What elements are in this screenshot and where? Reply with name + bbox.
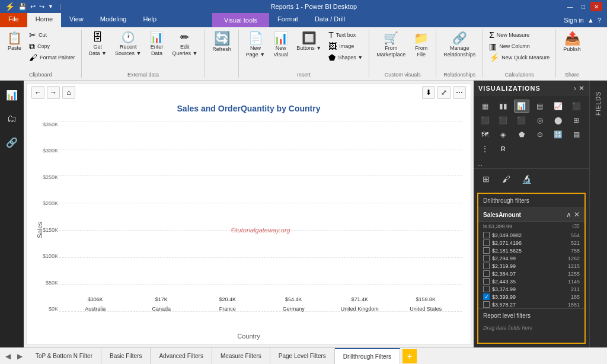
download-btn[interactable]: ⬇ <box>422 86 435 99</box>
filter-check-2[interactable] <box>483 247 490 254</box>
nav-fwd-btn[interactable]: → <box>47 86 60 99</box>
buttons-btn[interactable]: 🔲 Buttons ▼ <box>293 30 325 65</box>
insert-small-group: T Text box 🖼 Image ⬟ Shapes ▼ <box>326 30 365 63</box>
edit-queries-btn[interactable]: ✏ EditQueries ▼ <box>168 30 201 65</box>
tab-page-level-filters[interactable]: Page Level Filters <box>270 348 335 365</box>
nav-home-btn[interactable]: ⌂ <box>62 86 75 99</box>
filter-check-3[interactable] <box>483 255 490 261</box>
paste-btn[interactable]: 📋 Paste <box>4 30 25 65</box>
tab-next-btn[interactable]: ▶ <box>14 351 25 362</box>
viz-tab-fields[interactable]: ⊞ <box>477 171 495 187</box>
tab-data-drill[interactable]: Data / Drill <box>306 13 353 27</box>
relationships-label: Relationships <box>440 71 479 78</box>
new-page-btn[interactable]: 📄 NewPage ▼ <box>242 30 269 65</box>
image-btn[interactable]: 🖼 Image <box>326 41 365 52</box>
refresh-btn[interactable]: 🔄 Refresh <box>209 30 235 65</box>
viz-tab-analytics[interactable]: 🔬 <box>517 171 535 187</box>
viz-icon-kpi[interactable]: ▤ <box>568 128 584 141</box>
filter-expand-btn[interactable]: ∧ <box>566 210 571 219</box>
panel-close-btn[interactable]: ✕ <box>579 84 584 92</box>
filter-check-5[interactable] <box>483 270 490 277</box>
format-painter-btn[interactable]: 🖌 Format Painter <box>27 52 78 63</box>
viz-icon-table[interactable]: ▦ <box>477 100 493 113</box>
viz-tab-format[interactable]: 🖌 <box>497 171 515 187</box>
viz-icon-r[interactable]: R <box>496 142 511 155</box>
quick-access-save[interactable]: 💾 <box>18 3 27 11</box>
tab-basic-filters[interactable]: Basic Filters <box>101 348 151 365</box>
undo-btn[interactable]: ↩ <box>30 3 36 11</box>
filter-eraser-btn[interactable]: ⌫ <box>572 223 580 229</box>
tab-view[interactable]: View <box>61 13 92 27</box>
add-page-btn[interactable]: + <box>402 349 417 363</box>
report-view-btn[interactable]: 📊 <box>2 85 21 104</box>
visual-tools-tab[interactable]: Visual tools <box>212 13 269 27</box>
get-data-label: GetData ▼ <box>89 44 107 57</box>
shapes-btn[interactable]: ⬟ Shapes ▼ <box>326 52 365 63</box>
viz-icon-scatter[interactable]: ⬛ <box>514 114 529 127</box>
from-file-btn[interactable]: 📁 FromFile <box>410 30 432 65</box>
viz-icon-map[interactable]: 🗺 <box>477 128 493 141</box>
minimize-btn[interactable]: — <box>564 2 576 11</box>
filter-check-4[interactable] <box>483 263 490 269</box>
tab-measure-filters[interactable]: Measure Filters <box>212 348 270 365</box>
filter-check-8[interactable]: ✓ <box>483 293 490 300</box>
tab-top-bottom[interactable]: ToP & Bottom N Filter <box>27 348 101 365</box>
text-box-btn[interactable]: T Text box <box>326 30 365 40</box>
nav-back-btn[interactable]: ← <box>31 86 44 99</box>
data-view-btn[interactable]: 🗂 <box>2 109 21 128</box>
tab-drillthrough-filters[interactable]: Drillthrough Filters <box>335 348 400 365</box>
viz-icon-area[interactable]: ⬛ <box>568 100 584 113</box>
viz-icon-slicer[interactable]: ⋮ <box>477 142 493 155</box>
new-column-btn[interactable]: ▥ New Column <box>487 41 552 52</box>
filter-check-9[interactable] <box>483 301 490 308</box>
tab-home[interactable]: Home <box>27 13 61 27</box>
viz-more-btn[interactable]: ... <box>474 159 589 168</box>
viz-icon-line[interactable]: 📈 <box>550 100 566 113</box>
new-measure-btn[interactable]: Σ New Measure <box>487 30 552 40</box>
viz-icon-funnel[interactable]: ⬟ <box>514 128 529 141</box>
publish-btn[interactable]: 📤 Publish <box>560 30 584 65</box>
viz-icon-gauge[interactable]: ⊙ <box>532 128 548 141</box>
get-data-btn[interactable]: 🗄 GetData ▼ <box>85 30 110 65</box>
viz-icon-donut[interactable]: ⬤ <box>550 114 566 127</box>
viz-icon-waterfall[interactable]: ⬛ <box>496 114 511 127</box>
tab-file[interactable]: File <box>0 13 27 27</box>
copy-btn[interactable]: ⧉ Copy <box>27 41 78 52</box>
filter-check-7[interactable] <box>483 286 490 292</box>
tab-modeling[interactable]: Modeling <box>92 13 135 27</box>
down-arrow[interactable]: ▼ <box>48 4 53 9</box>
viz-icon-pie[interactable]: ◎ <box>532 114 548 127</box>
viz-icon-ribbon[interactable]: ⬛ <box>477 114 493 127</box>
maximize-btn[interactable]: □ <box>577 2 589 11</box>
enter-data-btn[interactable]: 📊 EnterData <box>146 30 167 65</box>
tab-format[interactable]: Format <box>269 13 306 27</box>
viz-icon-bar[interactable]: ▮▮ <box>496 100 511 113</box>
tab-help[interactable]: Help <box>135 13 165 27</box>
filter-check-0[interactable] <box>483 232 490 238</box>
filter-check-6[interactable] <box>483 278 490 285</box>
manage-relationships-btn[interactable]: 🔗 ManageRelationships <box>440 30 479 65</box>
sign-in-label[interactable]: Sign in <box>564 17 584 24</box>
redo-btn[interactable]: ↪ <box>39 3 44 11</box>
viz-icon-filled-map[interactable]: ◈ <box>496 128 511 141</box>
viz-icon-card[interactable]: 🔠 <box>550 128 566 141</box>
filter-row-2: $2,181.5625 758 <box>478 247 584 254</box>
question-icon[interactable]: ? <box>598 17 601 24</box>
model-view-btn[interactable]: 🔗 <box>2 133 21 152</box>
tab-prev-btn[interactable]: ◀ <box>2 351 13 362</box>
panel-expand-btn[interactable]: › <box>574 84 576 92</box>
close-btn[interactable]: ✕ <box>590 2 602 11</box>
filter-check-1[interactable] <box>483 240 490 246</box>
viz-icon-treemap[interactable]: ⊞ <box>568 114 584 127</box>
new-visual-btn[interactable]: 📊 NewVisual <box>270 30 292 65</box>
more-options-btn[interactable]: ⋯ <box>453 86 466 99</box>
cut-btn[interactable]: ✂ Cut <box>27 30 78 40</box>
filter-close-btn[interactable]: ✕ <box>574 210 580 219</box>
recent-sources-btn[interactable]: 🕐 RecentSources ▼ <box>111 30 145 65</box>
from-marketplace-btn[interactable]: 🛒 FromMarketplace <box>373 30 409 65</box>
viz-icon-stacked-bar[interactable]: ▤ <box>532 100 548 113</box>
tab-advanced-filters[interactable]: Advanced Filters <box>151 348 212 365</box>
viz-icon-column[interactable]: 📊 <box>514 100 529 113</box>
new-quick-measure-btn[interactable]: ⚡ New Quick Measure <box>487 52 552 63</box>
expand-btn[interactable]: ⤢ <box>437 86 451 99</box>
